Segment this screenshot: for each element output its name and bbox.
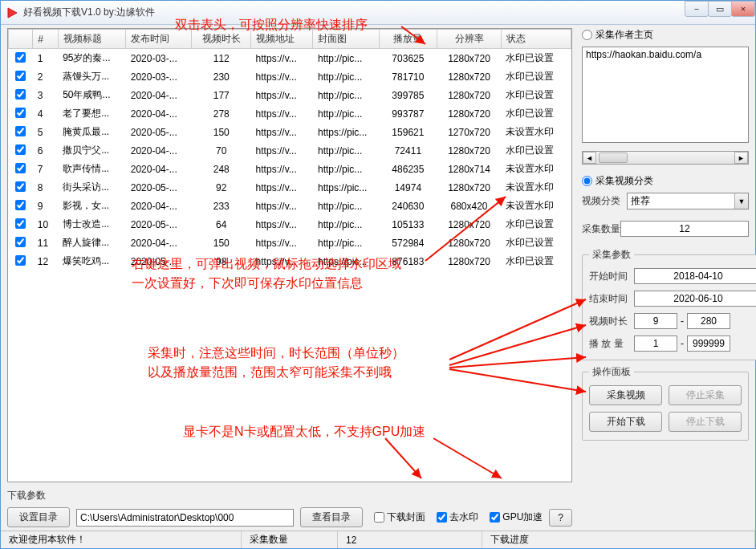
cell-cover: https://pic...: [313, 252, 379, 270]
cell-idx: 1: [33, 49, 58, 68]
row-checkbox[interactable]: [15, 255, 26, 266]
cell-idx: 4: [33, 104, 58, 123]
gpu-accel-checkbox[interactable]: [490, 512, 500, 523]
table-row[interactable]: 6撒贝宁父...2020-04-...70https://v...http://…: [9, 141, 571, 160]
cell-cover: https://pic...: [313, 178, 379, 197]
cell-stat: 水印已设置: [501, 252, 571, 270]
cell-title: 95岁的秦...: [58, 49, 126, 68]
cell-play: 876183: [379, 252, 437, 270]
url-textbox[interactable]: https://haokan.baidu.com/a: [582, 47, 749, 143]
status-progress-label: 下载进度: [482, 531, 755, 548]
cell-url: https://v...: [251, 215, 313, 234]
row-checkbox[interactable]: [15, 52, 26, 63]
table-row[interactable]: 9影视，女...2020-04-...233https://v...http:/…: [9, 197, 571, 215]
cell-title: 爆笑吃鸡...: [58, 252, 126, 270]
row-checkbox[interactable]: [15, 108, 26, 118]
cell-idx: 6: [33, 141, 58, 160]
start-time-input[interactable]: [634, 268, 756, 284]
row-checkbox[interactable]: [15, 89, 26, 100]
collect-category-radio[interactable]: [582, 176, 592, 186]
minimize-button[interactable]: −: [685, 1, 709, 17]
cell-dur: 177: [192, 86, 251, 104]
maximize-button[interactable]: ▭: [708, 1, 732, 17]
table-row[interactable]: 8街头采访...2020-05-...92https://v...https:/…: [9, 178, 571, 197]
scroll-thumb[interactable]: [599, 152, 628, 163]
cell-stat: 水印已设置: [501, 104, 571, 123]
view-dir-button[interactable]: 查看目录: [300, 507, 363, 527]
row-checkbox[interactable]: [15, 237, 26, 247]
table-row[interactable]: 11醉人旋律...2020-04-...150https://v...http:…: [9, 234, 571, 252]
table-row[interactable]: 195岁的秦...2020-03-...112https://v...http:…: [9, 49, 571, 68]
playcount-max-input[interactable]: [687, 336, 730, 352]
table-header[interactable]: 播放量: [379, 30, 437, 49]
video-table[interactable]: #视频标题发布时间视频时长视频地址封面图播放量分辨率状态 195岁的秦...20…: [7, 28, 572, 482]
table-row[interactable]: 7歌声传情...2020-04-...248https://v...http:/…: [9, 160, 571, 178]
table-row[interactable]: 12爆笑吃鸡...2020-05-...98https://v...https:…: [9, 252, 571, 270]
row-checkbox[interactable]: [15, 163, 26, 173]
cell-play: 105133: [379, 215, 437, 234]
row-checkbox[interactable]: [15, 71, 26, 81]
cell-dur: 150: [192, 234, 251, 252]
cell-url: https://v...: [251, 234, 313, 252]
remove-watermark-checkbox[interactable]: [437, 512, 447, 523]
cell-play: 399785: [379, 86, 437, 104]
cell-title: 博士改造...: [58, 215, 126, 234]
table-row[interactable]: 10博士改造...2020-05-...64https://v...http:/…: [9, 215, 571, 234]
stop-collect-button[interactable]: 停止采集: [669, 385, 742, 405]
cell-play: 14974: [379, 178, 437, 197]
table-header[interactable]: 视频标题: [58, 30, 126, 49]
cell-url: https://v...: [251, 160, 313, 178]
table-header[interactable]: 发布时间: [126, 30, 192, 49]
end-time-input[interactable]: [634, 291, 756, 307]
table-row[interactable]: 5腌黄瓜最...2020-05-...150https://v...https:…: [9, 123, 571, 141]
playcount-min-input[interactable]: [634, 336, 677, 352]
cell-res: 1280x720: [437, 104, 502, 123]
row-checkbox[interactable]: [15, 144, 26, 155]
cell-title: 撒贝宁父...: [58, 141, 126, 160]
svg-marker-0: [8, 8, 17, 18]
duration-max-input[interactable]: [687, 313, 730, 329]
cell-idx: 2: [33, 67, 58, 86]
start-time-label: 开始时间: [589, 270, 634, 283]
stop-download-button[interactable]: 停止下载: [669, 412, 742, 432]
download-cover-checkbox[interactable]: [374, 512, 384, 523]
url-scrollbar[interactable]: ◄ ►: [582, 151, 749, 165]
table-header[interactable]: 状态: [501, 30, 571, 49]
collect-button[interactable]: 采集视频: [589, 385, 662, 405]
collect-count-input[interactable]: [620, 221, 749, 237]
chevron-down-icon[interactable]: ▼: [734, 193, 748, 209]
cell-cover: http://pic...: [313, 67, 379, 86]
set-dir-button[interactable]: 设置目录: [7, 507, 70, 527]
cell-stat: 水印已设置: [501, 49, 571, 68]
row-checkbox[interactable]: [15, 200, 26, 210]
help-button[interactable]: ?: [549, 509, 572, 527]
table-header[interactable]: 封面图: [313, 30, 379, 49]
table-row[interactable]: 350年咸鸭...2020-04-...177https://v...http:…: [9, 86, 571, 104]
scroll-right-icon[interactable]: ►: [734, 152, 748, 164]
cell-date: 2020-04-...: [126, 197, 192, 215]
row-checkbox[interactable]: [15, 218, 26, 229]
collect-author-radio[interactable]: [582, 30, 592, 40]
table-header[interactable]: 视频时长: [192, 30, 251, 49]
duration-min-input[interactable]: [634, 313, 677, 329]
cell-title: 50年咸鸭...: [58, 86, 126, 104]
scroll-left-icon[interactable]: ◄: [583, 152, 596, 164]
row-checkbox[interactable]: [15, 126, 26, 136]
title-bar[interactable]: 好看视频下载V1.0 by:边缘软件 − ▭ ×: [1, 1, 755, 25]
table-header[interactable]: 分辨率: [437, 30, 502, 49]
cell-play: 993787: [379, 104, 437, 123]
table-header[interactable]: #: [33, 30, 58, 49]
cell-play: 486235: [379, 160, 437, 178]
row-checkbox[interactable]: [15, 181, 26, 192]
download-path-input[interactable]: [76, 509, 294, 527]
close-button[interactable]: ×: [731, 1, 755, 17]
table-header[interactable]: 视频地址: [251, 30, 313, 49]
cell-cover: http://pic...: [313, 160, 379, 178]
cell-date: 2020-04-...: [126, 141, 192, 160]
start-download-button[interactable]: 开始下载: [589, 412, 662, 432]
video-category-select[interactable]: 推荐 ▼: [627, 193, 749, 209]
remove-watermark-label: 去水印: [449, 510, 478, 524]
table-header-row[interactable]: #视频标题发布时间视频时长视频地址封面图播放量分辨率状态: [9, 30, 571, 49]
table-row[interactable]: 2蒸馒头万...2020-03-...230https://v...http:/…: [9, 67, 571, 86]
table-row[interactable]: 4老了要想...2020-04-...278https://v...http:/…: [9, 104, 571, 123]
